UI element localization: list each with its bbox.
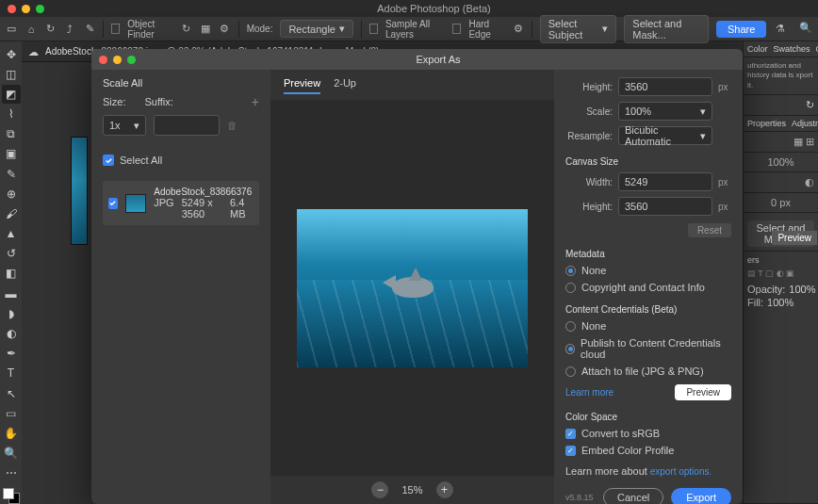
size-label: Size: <box>103 96 125 107</box>
settings-icon[interactable]: ⚙ <box>512 22 524 37</box>
tab-adjustments[interactable]: Adjustments <box>792 119 818 128</box>
search-icon[interactable]: 🔍 <box>799 22 812 37</box>
canvas-width-label: Width: <box>565 177 613 187</box>
upload-icon[interactable]: ⤴ <box>64 22 76 37</box>
tab-2up[interactable]: 2-Up <box>334 77 356 94</box>
home-icon[interactable]: ⌂ <box>25 22 38 37</box>
delete-size-icon[interactable]: 🗑 <box>227 120 237 131</box>
mac-close[interactable] <box>8 5 16 13</box>
dialog-min-icon[interactable] <box>113 56 122 64</box>
cc-publish-label: Publish to Content Credentials cloud <box>581 337 731 360</box>
add-size-icon[interactable]: + <box>252 94 259 109</box>
select-and-mask-button[interactable]: Select and Mask... <box>624 15 709 43</box>
options-bar: ▭ ⌂ ↻ ⤴ ✎ Object Finder ↻ ▦ ⚙ Mode: Rect… <box>0 17 818 41</box>
metadata-none-radio[interactable] <box>565 266 576 276</box>
preview-float-button[interactable]: Preview <box>772 231 817 245</box>
reset-button[interactable]: Reset <box>688 223 731 237</box>
frame-tool-icon[interactable]: ▣ <box>2 145 21 163</box>
opacity-value[interactable]: 100% <box>789 284 815 295</box>
foreground-color-swatch[interactable] <box>3 488 14 499</box>
tab-properties[interactable]: Properties <box>747 119 786 128</box>
export-button[interactable]: Export <box>671 488 731 504</box>
type-tool-icon[interactable]: T <box>2 365 21 382</box>
hard-edge-checkbox[interactable] <box>452 24 461 34</box>
shape-tool-icon[interactable]: ▭ <box>2 404 21 422</box>
mode-dropdown[interactable]: Rectangle▾ <box>280 20 353 38</box>
preview-canvas[interactable] <box>270 100 554 476</box>
zoom-value[interactable]: 100% <box>744 153 818 172</box>
brush-tool-icon[interactable]: 🖌 <box>2 204 21 222</box>
chevron-down-icon: ▾ <box>700 130 706 142</box>
select-subject-dropdown[interactable]: Select Subject▾ <box>540 15 617 43</box>
hand-tool-icon[interactable]: ✋ <box>2 424 21 442</box>
zoom-in-icon[interactable]: + <box>436 481 453 498</box>
refresh-icon[interactable]: ↻ <box>44 22 57 37</box>
mac-minimize[interactable] <box>22 5 30 13</box>
history-brush-icon[interactable]: ↺ <box>2 245 21 263</box>
metadata-copyright-radio[interactable] <box>565 283 576 293</box>
tab-preview[interactable]: Preview <box>284 77 320 94</box>
select-all-checkbox[interactable] <box>103 154 114 166</box>
marquee-tool-icon[interactable]: ◫ <box>2 65 21 83</box>
brush-icon[interactable]: ✎ <box>84 22 96 37</box>
lasso-tool-icon[interactable]: ⌇ <box>2 106 21 123</box>
dialog-zoom-icon[interactable] <box>127 56 136 64</box>
eraser-tool-icon[interactable]: ◧ <box>2 265 21 283</box>
canvas-width-input[interactable]: 5249 <box>618 172 712 191</box>
beaker-icon[interactable]: ⚗ <box>774 22 786 37</box>
eyedropper-tool-icon[interactable]: ✎ <box>2 165 21 183</box>
move-tool-icon[interactable]: ✥ <box>2 45 21 63</box>
opacity-label: Opacity: <box>747 284 785 295</box>
asset-checkbox[interactable] <box>108 198 118 209</box>
dodge-tool-icon[interactable]: ◐ <box>2 324 21 342</box>
path-tool-icon[interactable]: ↖ <box>2 384 21 402</box>
cc-attach-radio[interactable] <box>565 366 576 377</box>
embed-profile-checkbox[interactable] <box>565 446 576 456</box>
tab-swatches[interactable]: Swatches <box>774 44 810 54</box>
dialog-left-column: Scale All Size: Suffix: + 1x▾ 🗑 Select A… <box>91 70 270 504</box>
size-dropdown[interactable]: 1x▾ <box>103 115 146 136</box>
gear-icon[interactable]: ⚙ <box>219 22 231 37</box>
export-options-link[interactable]: export options. <box>650 466 712 477</box>
learn-more-link[interactable]: Learn more <box>565 387 614 398</box>
object-finder-checkbox[interactable] <box>111 24 120 34</box>
fill-value[interactable]: 100% <box>767 297 793 308</box>
cc-none-radio[interactable] <box>565 321 576 332</box>
zoom-tool-icon[interactable]: 🔍 <box>2 444 21 462</box>
zoom-out-icon[interactable]: − <box>371 481 388 498</box>
crop-tool-icon[interactable]: ⧉ <box>2 125 21 143</box>
healing-tool-icon[interactable]: ⊕ <box>2 185 21 203</box>
tab-color[interactable]: Color <box>747 44 768 54</box>
scale-dropdown[interactable]: 100%▾ <box>618 102 712 121</box>
zoom-percent[interactable]: 15% <box>401 484 422 496</box>
object-selection-tool-icon[interactable]: ◩ <box>2 85 21 103</box>
edit-toolbar-icon[interactable]: ⋯ <box>2 464 21 482</box>
pen-tool-icon[interactable]: ✒ <box>2 345 21 363</box>
color-swatches[interactable] <box>3 488 20 504</box>
sample-all-checkbox[interactable] <box>369 24 378 34</box>
blur-tool-icon[interactable]: ◗ <box>2 304 21 322</box>
clone-tool-icon[interactable]: ▲ <box>2 225 21 243</box>
cloud-doc-icon: ☁ <box>28 46 40 57</box>
dialog-titlebar[interactable]: Export As <box>91 49 743 70</box>
refresh-icon[interactable]: ↻ <box>806 99 814 110</box>
suffix-input[interactable] <box>154 115 220 136</box>
convert-srgb-checkbox[interactable] <box>565 429 576 439</box>
gradient-tool-icon[interactable]: ▬ <box>2 285 21 302</box>
canvas-height-input[interactable]: 3560 <box>618 197 712 216</box>
asset-row[interactable]: AdobeStock_83866376 JPG 5249 x 3560 6.4 … <box>103 181 259 225</box>
height-input[interactable]: 3560 <box>618 77 712 96</box>
mac-zoom[interactable] <box>36 5 44 13</box>
tool-preset-icon[interactable]: ▭ <box>6 22 18 37</box>
grid-icon[interactable]: ▦ <box>199 22 211 37</box>
share-button[interactable]: Share <box>716 21 766 38</box>
sample-all-label: Sample All Layers <box>385 19 445 40</box>
refresh2-icon[interactable]: ↻ <box>180 22 192 37</box>
layers-tab[interactable]: ers <box>747 255 814 265</box>
resample-dropdown[interactable]: Bicubic Automatic▾ <box>618 126 712 145</box>
cc-publish-radio[interactable] <box>565 344 575 354</box>
cc-preview-button[interactable]: Preview <box>675 384 731 400</box>
cancel-button[interactable]: Cancel <box>603 488 663 504</box>
dialog-close-icon[interactable] <box>99 56 107 64</box>
canvas-preview-edge <box>71 137 88 245</box>
